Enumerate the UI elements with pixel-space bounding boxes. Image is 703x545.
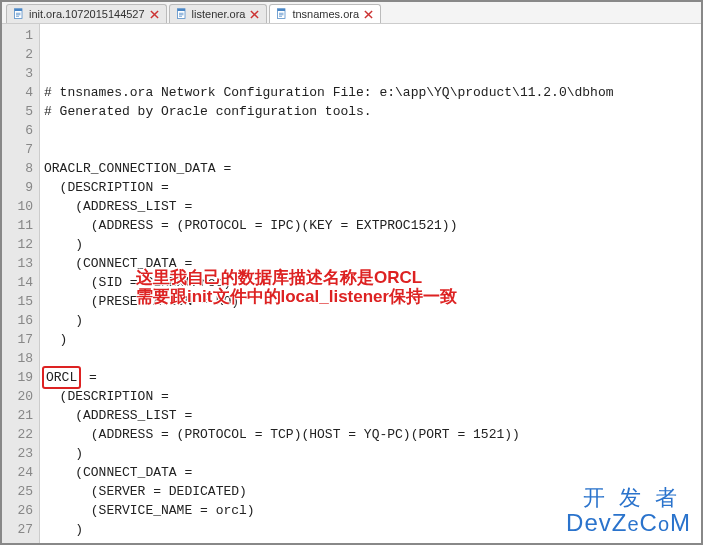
- line-number: 8: [4, 159, 33, 178]
- code-text: =: [81, 368, 97, 387]
- code-line[interactable]: # tnsnames.ora Network Configuration Fil…: [44, 83, 701, 102]
- line-number: 22: [4, 425, 33, 444]
- tab-label: init.ora.1072015144527: [29, 8, 145, 20]
- line-number: 24: [4, 463, 33, 482]
- close-icon[interactable]: [249, 9, 260, 20]
- line-number: 18: [4, 349, 33, 368]
- code-line[interactable]: (CONNECT_DATA =: [44, 463, 701, 482]
- line-number: 1: [4, 26, 33, 45]
- close-icon[interactable]: [363, 9, 374, 20]
- code-line[interactable]: [44, 140, 701, 159]
- line-number: 17: [4, 330, 33, 349]
- code-content[interactable]: # tnsnames.ora Network Configuration Fil…: [40, 24, 701, 543]
- code-line[interactable]: (SID = CLRExtProc): [44, 273, 701, 292]
- line-number: 25: [4, 482, 33, 501]
- line-number: 5: [4, 102, 33, 121]
- tab-label: listener.ora: [192, 8, 246, 20]
- line-number: 10: [4, 197, 33, 216]
- line-number: 9: [4, 178, 33, 197]
- line-number: 16: [4, 311, 33, 330]
- code-line[interactable]: [44, 121, 701, 140]
- code-line[interactable]: ): [44, 330, 701, 349]
- line-number: 26: [4, 501, 33, 520]
- code-line[interactable]: (SERVER = DEDICATED): [44, 482, 701, 501]
- file-icon: [176, 8, 188, 20]
- line-number: 11: [4, 216, 33, 235]
- line-number: 4: [4, 83, 33, 102]
- tab-bar: init.ora.1072015144527listener.oratnsnam…: [2, 2, 701, 24]
- tab-2[interactable]: tnsnames.ora: [269, 4, 381, 23]
- code-line[interactable]: ): [44, 235, 701, 254]
- code-line[interactable]: ): [44, 311, 701, 330]
- code-line[interactable]: (CONNECT_DATA =: [44, 254, 701, 273]
- line-number: 2: [4, 45, 33, 64]
- code-line[interactable]: ): [44, 539, 701, 543]
- code-line[interactable]: (DESCRIPTION =: [44, 387, 701, 406]
- highlight-box: ORCL: [42, 366, 81, 389]
- code-line[interactable]: ORCL =: [44, 368, 701, 387]
- line-number: 20: [4, 387, 33, 406]
- code-line[interactable]: (ADDRESS = (PROTOCOL = IPC)(KEY = EXTPRO…: [44, 216, 701, 235]
- code-line[interactable]: (ADDRESS = (PROTOCOL = TCP)(HOST = YQ-PC…: [44, 425, 701, 444]
- code-line[interactable]: ): [44, 520, 701, 539]
- code-line[interactable]: # Generated by Oracle configuration tool…: [44, 102, 701, 121]
- line-number: 3: [4, 64, 33, 83]
- line-number: 19: [4, 368, 33, 387]
- code-line[interactable]: ): [44, 444, 701, 463]
- svg-rect-15: [278, 9, 286, 11]
- code-line[interactable]: (DESCRIPTION =: [44, 178, 701, 197]
- code-line[interactable]: [44, 349, 701, 368]
- line-number-gutter: 1234567891011121314151617181920212223242…: [2, 24, 40, 543]
- file-icon: [276, 8, 288, 20]
- code-line[interactable]: ORACLR_CONNECTION_DATA =: [44, 159, 701, 178]
- line-number: 6: [4, 121, 33, 140]
- file-icon: [13, 8, 25, 20]
- line-number: 12: [4, 235, 33, 254]
- line-number: 15: [4, 292, 33, 311]
- code-line[interactable]: (SERVICE_NAME = orcl): [44, 501, 701, 520]
- line-number: 7: [4, 140, 33, 159]
- svg-rect-8: [177, 9, 185, 11]
- tab-0[interactable]: init.ora.1072015144527: [6, 4, 167, 23]
- code-line[interactable]: (ADDRESS_LIST =: [44, 197, 701, 216]
- code-area[interactable]: 1234567891011121314151617181920212223242…: [2, 24, 701, 543]
- line-number: 13: [4, 254, 33, 273]
- tab-1[interactable]: listener.ora: [169, 4, 268, 23]
- code-line[interactable]: (PRESENTATION = RO): [44, 292, 701, 311]
- line-number: 21: [4, 406, 33, 425]
- code-line[interactable]: (ADDRESS_LIST =: [44, 406, 701, 425]
- line-number: 27: [4, 520, 33, 539]
- close-icon[interactable]: [149, 9, 160, 20]
- line-number: 14: [4, 273, 33, 292]
- tab-label: tnsnames.ora: [292, 8, 359, 20]
- editor-window: init.ora.1072015144527listener.oratnsnam…: [0, 0, 703, 545]
- line-number: 23: [4, 444, 33, 463]
- svg-rect-1: [15, 9, 23, 11]
